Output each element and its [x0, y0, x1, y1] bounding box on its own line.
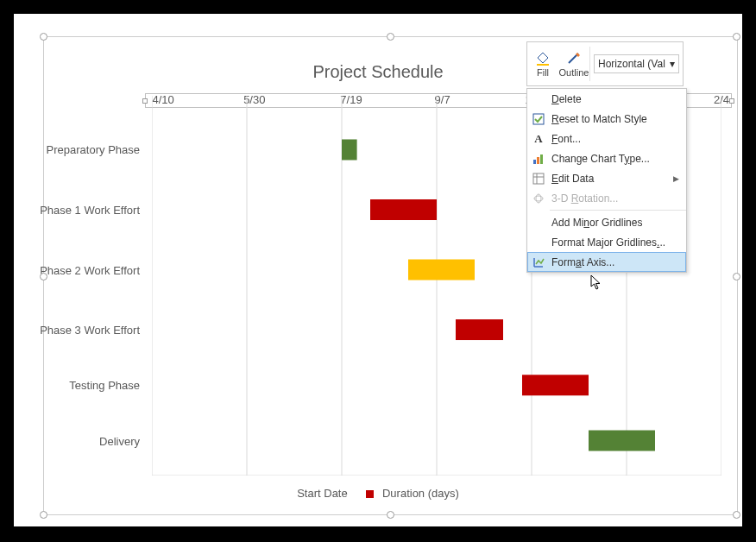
menu-item-formatAxis[interactable]: Format Axis...	[527, 252, 686, 272]
svg-rect-9	[533, 114, 544, 124]
submenu-indicator-icon: ▶	[673, 174, 679, 183]
selection-handle[interactable]	[387, 511, 394, 519]
gantt-bar[interactable]	[408, 260, 475, 280]
menu-item-label: Edit Data	[551, 173, 594, 185]
menu-item-label: Format Axis...	[551, 256, 614, 268]
y-axis[interactable]: Preparatory Phase Phase 1 Work Effort Ph…	[14, 96, 152, 476]
svg-rect-11	[537, 157, 539, 164]
axis-selector-combo[interactable]: Horizontal (Val ▾	[594, 54, 679, 73]
combo-value: Horizontal (Val	[598, 58, 665, 70]
selection-handle[interactable]	[40, 511, 47, 519]
delete-icon	[531, 92, 546, 106]
y-label: Testing Phase	[69, 379, 140, 392]
addMinor-icon	[531, 216, 546, 230]
selection-handle[interactable]	[40, 273, 47, 280]
menu-item-label: Font...	[551, 133, 581, 145]
reset-icon	[531, 112, 546, 126]
legend-swatch	[366, 490, 374, 498]
menu-item-label: Delete	[551, 93, 582, 105]
selection-handle[interactable]	[387, 33, 394, 41]
gantt-bar[interactable]	[342, 139, 357, 160]
mini-toolbar: Fill Outline Horizontal (Val ▾	[526, 41, 684, 86]
menu-item-label: Reset to Match Style	[551, 113, 647, 125]
menu-item-addMinor[interactable]: Add Minor Gridlines	[527, 212, 686, 232]
menu-item-font[interactable]: AFont...	[527, 129, 686, 148]
selection-handle[interactable]	[40, 33, 47, 41]
selection-handle[interactable]	[733, 273, 740, 280]
legend-entry: Duration (days)	[382, 487, 459, 500]
legend[interactable]: Start Date Duration (days)	[14, 487, 742, 500]
gantt-bar[interactable]	[370, 199, 437, 220]
context-menu: DeleteReset to Match StyleAFont...Change…	[526, 88, 687, 273]
gantt-bar[interactable]	[522, 375, 589, 395]
menu-item-formatMajor[interactable]: Format Major Gridlines...	[527, 232, 686, 252]
outline-label: Outline	[559, 67, 589, 78]
gantt-bar[interactable]	[589, 431, 655, 451]
svg-rect-13	[533, 173, 544, 184]
menu-item-label: Change Chart Type...	[551, 153, 650, 165]
svg-rect-8	[537, 64, 549, 66]
formatAxis-icon	[531, 255, 546, 269]
fill-button[interactable]: Fill	[527, 51, 558, 78]
menu-item-rotation: 3-D Rotation...	[527, 188, 686, 208]
y-label: Phase 3 Work Effort	[40, 324, 140, 337]
rotation-icon	[531, 192, 546, 205]
menu-item-changeType[interactable]: Change Chart Type...	[527, 148, 686, 168]
y-label: Preparatory Phase	[47, 143, 140, 156]
gantt-bar[interactable]	[456, 319, 503, 340]
menu-item-editData[interactable]: Edit Data▶	[527, 168, 686, 188]
menu-item-label: 3-D Rotation...	[551, 192, 618, 205]
menu-item-reset[interactable]: Reset to Match Style	[527, 109, 686, 129]
y-label: Phase 2 Work Effort	[40, 263, 140, 276]
selection-handle[interactable]	[733, 511, 740, 519]
menu-item-label: Format Major Gridlines...	[551, 236, 665, 249]
outline-icon	[566, 51, 582, 66]
y-label: Phase 1 Work Effort	[40, 204, 140, 217]
outline-button[interactable]: Outline	[558, 51, 589, 78]
font-icon: A	[531, 132, 546, 146]
fill-icon	[535, 51, 551, 66]
toolbar-separator	[589, 47, 590, 81]
y-label: Delivery	[99, 434, 140, 447]
menu-item-label: Add Minor Gridlines	[551, 217, 642, 229]
svg-rect-10	[533, 160, 536, 164]
menu-item-delete[interactable]: Delete	[527, 89, 686, 109]
chevron-down-icon: ▾	[670, 58, 675, 70]
editData-icon	[531, 172, 546, 186]
changeType-icon	[531, 152, 546, 166]
fill-label: Fill	[537, 67, 549, 78]
formatMajor-icon	[531, 236, 546, 249]
legend-entry: Start Date	[297, 487, 348, 500]
svg-rect-12	[540, 154, 543, 164]
chart-canvas: Project Schedule 4/10 5/30 7/19 9/7 10/2…	[14, 14, 742, 526]
selection-handle[interactable]	[733, 33, 740, 41]
